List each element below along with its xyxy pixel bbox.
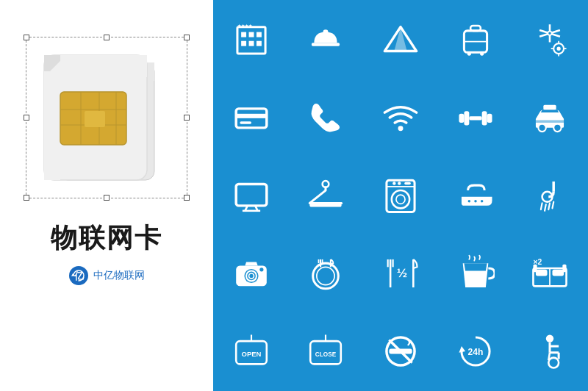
svg-rect-53 [236, 109, 267, 128]
svg-point-79 [467, 200, 470, 202]
icon-shower[interactable] [513, 157, 587, 234]
icon-credit-card[interactable] [215, 79, 288, 156]
svg-point-48 [557, 47, 561, 51]
svg-rect-14 [60, 55, 147, 77]
handle-mr[interactable] [184, 115, 190, 121]
left-panel: 物联网卡 亿 中亿物联网 [0, 0, 213, 391]
svg-line-87 [553, 202, 554, 209]
handle-tm[interactable] [104, 35, 110, 40]
handle-tl[interactable] [24, 35, 29, 40]
svg-rect-65 [536, 120, 564, 122]
svg-point-77 [398, 182, 401, 184]
handle-bm[interactable] [104, 195, 110, 201]
svg-rect-22 [85, 111, 105, 127]
svg-point-91 [248, 273, 254, 279]
svg-rect-57 [459, 114, 464, 123]
svg-rect-62 [544, 105, 556, 110]
svg-rect-55 [240, 121, 251, 123]
svg-rect-58 [464, 111, 469, 125]
svg-point-92 [259, 268, 263, 271]
svg-line-84 [541, 203, 542, 209]
svg-point-46 [548, 32, 552, 35]
svg-point-63 [539, 124, 546, 132]
svg-point-56 [398, 126, 404, 131]
svg-text:24h: 24h [467, 347, 483, 357]
icon-restaurant[interactable] [290, 235, 363, 312]
svg-point-42 [480, 51, 484, 55]
svg-point-81 [481, 200, 483, 202]
svg-rect-29 [257, 32, 262, 37]
icon-room-service[interactable] [290, 1, 363, 78]
brand-logo-icon: 亿 [68, 265, 89, 286]
svg-line-128 [548, 353, 550, 360]
svg-rect-109 [536, 270, 548, 276]
svg-rect-30 [241, 41, 246, 46]
icon-close-sign[interactable]: CLOSE [290, 313, 363, 390]
icon-coffee[interactable] [439, 235, 512, 312]
svg-point-35 [323, 29, 329, 35]
svg-rect-110 [553, 270, 564, 276]
svg-rect-54 [236, 114, 267, 118]
svg-text:★★★★: ★★★★ [237, 24, 252, 28]
icon-gym[interactable] [439, 79, 512, 156]
icon-wifi[interactable] [364, 79, 437, 156]
svg-line-86 [548, 203, 550, 209]
handle-tr[interactable] [184, 35, 190, 40]
svg-rect-71 [310, 203, 342, 207]
svg-point-76 [392, 182, 395, 184]
svg-point-64 [553, 124, 561, 132]
icon-tv[interactable] [215, 157, 288, 234]
svg-point-80 [474, 200, 476, 202]
svg-text:½: ½ [397, 265, 407, 280]
svg-point-73 [392, 190, 409, 208]
svg-rect-60 [481, 111, 487, 125]
icon-half-board[interactable]: ½ [364, 235, 437, 312]
svg-rect-59 [469, 116, 481, 120]
svg-rect-15 [44, 71, 60, 180]
icon-twin-bed[interactable]: ×2 [513, 235, 587, 312]
svg-rect-78 [404, 182, 411, 184]
brand-row: 亿 中亿物联网 [68, 265, 145, 286]
svg-point-122 [546, 334, 553, 342]
svg-text:OPEN: OPEN [241, 350, 261, 358]
sim-card-container [26, 37, 187, 198]
page-title: 物联网卡 [51, 220, 162, 257]
svg-rect-28 [248, 32, 254, 37]
svg-point-127 [548, 358, 559, 368]
icon-climate[interactable] [513, 1, 587, 78]
icon-luggage[interactable] [439, 1, 512, 78]
svg-line-85 [545, 204, 546, 211]
svg-rect-26 [237, 27, 265, 54]
svg-marker-120 [459, 346, 465, 353]
svg-rect-34 [312, 43, 340, 46]
svg-point-41 [467, 51, 470, 55]
svg-point-74 [396, 195, 405, 204]
icon-grid: ★★★★ [213, 0, 588, 391]
svg-rect-31 [248, 41, 254, 46]
svg-rect-72 [387, 180, 415, 212]
icon-no-smoking[interactable] [364, 313, 437, 390]
icon-hanger[interactable] [290, 157, 363, 234]
svg-text:CLOSE: CLOSE [315, 351, 337, 358]
svg-point-94 [317, 267, 334, 284]
sim-card-image [37, 48, 176, 187]
icon-washing-machine[interactable] [364, 157, 437, 234]
icon-24h[interactable]: 24h [439, 313, 512, 390]
brand-name: 中亿物联网 [93, 269, 145, 282]
svg-rect-27 [241, 32, 246, 37]
icon-iron[interactable] [439, 157, 512, 234]
icon-camera[interactable] [215, 235, 288, 312]
icon-phone[interactable] [290, 79, 363, 156]
svg-rect-66 [236, 184, 267, 205]
handle-br[interactable] [184, 195, 190, 201]
icon-wheelchair[interactable] [513, 313, 587, 390]
handle-ml[interactable] [24, 115, 29, 121]
icon-camping[interactable] [364, 1, 437, 78]
icon-taxi[interactable] [513, 79, 587, 156]
handle-bl[interactable] [24, 195, 29, 201]
svg-marker-37 [394, 27, 406, 51]
icon-hotel[interactable]: ★★★★ [215, 1, 288, 78]
svg-rect-32 [257, 41, 262, 46]
icon-open[interactable]: OPEN [215, 313, 288, 390]
svg-rect-61 [487, 114, 492, 123]
